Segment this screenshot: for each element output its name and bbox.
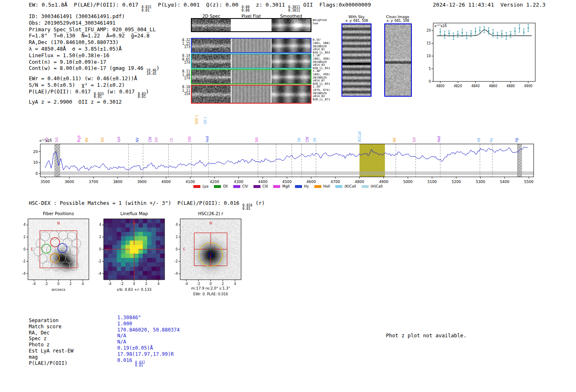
legend-swatch xyxy=(233,185,240,188)
sup-sub-value: 0.030.01 xyxy=(138,93,146,99)
value-line: Sum xyxy=(313,22,337,26)
main-x-tick: 3700 xyxy=(89,180,98,184)
legend-item: (K)CaII xyxy=(335,184,356,188)
inset-x-tick: 4900 xyxy=(524,84,532,88)
main-x-tick: 4000 xyxy=(161,180,171,184)
fiber-circle xyxy=(40,232,49,241)
main-x-tick: 5000 xyxy=(403,180,413,184)
match-table-value: 17.98(17.97,17.99)R xyxy=(117,351,174,357)
hsc-y-tick: 4 xyxy=(176,223,178,227)
spec2d-row-frame xyxy=(191,53,311,69)
sup-sub-value: 19.4619.45 xyxy=(146,69,156,75)
spec2d-strip-pixelflat xyxy=(232,70,271,84)
spec2d-strip-pixelflat xyxy=(232,54,271,68)
line-label-oii: OII xyxy=(297,138,301,142)
sup-sub-value: 0.30110.3011 xyxy=(288,6,300,12)
spec2d-strip-2dspec xyxy=(192,19,231,31)
spec2d-strip-smoothed xyxy=(272,70,311,84)
legend-item: CIV xyxy=(233,184,248,188)
spec2d-row-right-label: 1.39"(679, 674)20190529v014_02020_LL_071 xyxy=(313,86,337,102)
legend-swatch xyxy=(273,185,280,188)
info-line: ID: 3003461491 (3003461491.pdf) xyxy=(29,13,160,20)
line-label-nv: NV xyxy=(136,137,139,142)
main-x-tick: 4300 xyxy=(234,180,243,184)
fiber-x-tick: 0 xyxy=(57,282,59,286)
fiber-circle xyxy=(63,238,72,247)
fiber-circle xyxy=(59,231,68,240)
clean-image-title: Clean Image xyxy=(383,15,413,19)
main-y-tick: 10 xyxy=(33,160,38,165)
hsc-x-tick: 2 xyxy=(222,282,224,286)
flux-crosshair xyxy=(104,219,165,280)
main-x-tick: 5500 xyxy=(524,180,534,184)
hsc-x-tick: -4 xyxy=(185,282,188,286)
inset-x-tick: 4800 xyxy=(436,84,444,88)
match-table-value: 1.000 xyxy=(117,321,132,327)
text-segment: (r) xyxy=(252,200,265,206)
match-table-value: 1.30846" xyxy=(117,315,141,320)
compass-north: N xyxy=(57,221,60,225)
inset-y-tick: 5 xyxy=(429,67,431,71)
spec2d-row-left-label: 0.111.48174 xyxy=(169,70,190,81)
lineflux-map-xlabel: s/b: 4.83 +/- 0.133 xyxy=(95,288,173,292)
main-x-tick: 3600 xyxy=(65,180,74,184)
flux-y-tick: 0 xyxy=(99,248,101,251)
line-label-oii: OII xyxy=(313,138,317,142)
fiber-circle xyxy=(61,262,70,271)
value-line: 173 xyxy=(169,46,190,49)
line-label-h: Hδ xyxy=(477,138,481,142)
fiber-circle xyxy=(36,239,45,248)
inset-y-tick: 15 xyxy=(427,42,431,45)
legend-label: (H)CaII xyxy=(371,184,383,188)
hsc-cutout-xlabel2: EWr: 0. PLAE: 0.016 xyxy=(172,292,249,296)
text-segment: 0.19(±0.05)Å xyxy=(117,345,153,351)
legend-item: OII xyxy=(214,184,228,188)
report-summary-line: EW: 0.5±1.8Å P(LAE)/P(OII): 0.017 0.0310… xyxy=(29,2,371,12)
line-label-nv: NV xyxy=(393,137,397,142)
inset-x-tick: 4880 xyxy=(506,84,515,88)
flux-y-tick: 4 xyxy=(99,223,101,227)
main-x-tick: 5400 xyxy=(500,180,509,184)
lineflux-map-plot: -4-4-2-2002244NE xyxy=(95,216,174,295)
fiber-x-tick: -2 xyxy=(44,282,48,286)
lineflux-map-title: Lineflux Map xyxy=(104,211,165,216)
spec2d-row-right-label: 1.16"(681, 499)20190529v014_03020_LL_051 xyxy=(313,54,337,70)
legend-swatch xyxy=(335,185,342,188)
with-sky-panel xyxy=(341,23,372,97)
hsc-x-tick: 0 xyxy=(209,282,211,286)
spectrum-line-legend: LyαOIICIVCIIIMgIIHγHeII(K)CaII(H)CaII xyxy=(0,184,576,188)
fiber-x-tick: -4 xyxy=(33,282,36,286)
info-line: RA,Dec (170.846100,50.880733) xyxy=(29,39,160,46)
spec2d-strip-pixelflat xyxy=(232,86,271,103)
inset-x-tick: 4860 xyxy=(489,84,497,88)
legend-label: OII xyxy=(223,184,228,188)
text-segment: LineFlux = 1.50(±0.38)e-16 xyxy=(29,52,109,58)
match-table-label: Separation xyxy=(29,318,117,324)
sup-sub-value: 0.0320.01 xyxy=(135,361,145,367)
line-label-siiv: SiIV { xyxy=(195,115,199,124)
legend-label: MgII xyxy=(282,184,290,188)
sup-sub-value: 0.0340.01 xyxy=(242,204,252,210)
legend-label: CIV xyxy=(242,184,248,188)
line-label-siii: SiII xyxy=(101,137,105,142)
inset-y-tick: 20 xyxy=(427,29,431,32)
spec2d-strip-pixelflat xyxy=(232,19,271,31)
line-label-cii: CII xyxy=(170,138,174,142)
text-segment: (w: 0.017 xyxy=(104,88,138,95)
main-x-tick: 5300 xyxy=(476,180,485,184)
line-label-mgii: MgII xyxy=(77,135,81,142)
legend-swatch xyxy=(253,185,260,188)
fiber-y-tick: -2 xyxy=(22,260,26,263)
compass-east: E xyxy=(107,247,109,251)
hsc-cutout-xlabel1: m:17.9 re:2.0" s:1.3" xyxy=(172,286,249,290)
line-label-heii: HeII xyxy=(437,136,441,142)
clean-image xyxy=(385,24,411,96)
match-table-label: Match score xyxy=(29,324,117,330)
legend-label: Lyα xyxy=(202,184,209,188)
fiber-circle xyxy=(50,253,59,262)
main-x-tick: 3900 xyxy=(137,180,146,184)
inset-x-tick: 4820 xyxy=(454,84,462,88)
text-segment: z: 0.3011 xyxy=(249,2,288,8)
info-line: LyA z = 2.9900 OII z = 0.3012 xyxy=(29,99,160,105)
fiber-y-tick: 4 xyxy=(23,223,26,227)
